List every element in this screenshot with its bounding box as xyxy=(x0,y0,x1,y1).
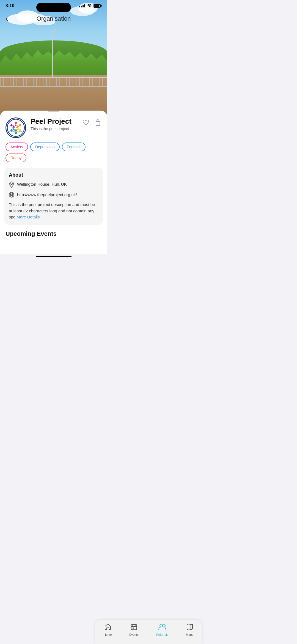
svg-point-9 xyxy=(15,122,17,124)
tags-row: Anxiety Depression Football Rugby xyxy=(0,142,107,168)
about-website-row: http://www.thepeelproject.org.uk/ xyxy=(9,192,98,199)
dynamic-island xyxy=(36,3,71,12)
website-text[interactable]: http://www.thepeelproject.org.uk/ xyxy=(17,192,77,198)
about-description: This is the peel project description and… xyxy=(9,202,98,220)
svg-point-15 xyxy=(15,132,17,134)
svg-point-25 xyxy=(11,183,12,185)
wifi-icon xyxy=(87,4,92,8)
about-card: About Wellington House, Hull, UK xyxy=(4,168,103,225)
favorite-button[interactable] xyxy=(82,119,90,126)
org-logo: THE PEEL PROJECT For The Community, For … xyxy=(6,117,26,138)
tag-football[interactable]: Football xyxy=(62,142,86,151)
org-name: Peel Project xyxy=(31,117,78,125)
page-title: Organisation xyxy=(37,15,71,22)
home-indicator xyxy=(36,256,72,257)
tag-depression[interactable]: Depression xyxy=(30,142,60,151)
tag-rugby[interactable]: Rugby xyxy=(6,154,26,162)
upcoming-events-title: Upcoming Events xyxy=(6,230,102,237)
about-location-row: Wellington House, Hull, UK xyxy=(9,181,98,189)
location-text: Wellington House, Hull, UK xyxy=(17,181,67,187)
org-info: Peel Project This is the peel project xyxy=(31,117,78,131)
globe-icon xyxy=(9,192,14,199)
signal-icon xyxy=(79,4,85,7)
more-details-link[interactable]: More Details xyxy=(16,215,40,219)
street-lamp xyxy=(48,26,57,81)
hero-image: ‹ Organisation xyxy=(0,0,107,116)
status-icons xyxy=(79,4,102,8)
svg-rect-6 xyxy=(52,31,53,78)
org-tagline: This is the peel project xyxy=(31,127,78,131)
upcoming-events-section: Upcoming Events xyxy=(0,230,107,237)
org-actions xyxy=(82,119,102,126)
sheet-handle xyxy=(48,111,59,112)
location-icon xyxy=(9,182,14,189)
about-title: About xyxy=(9,172,98,178)
svg-text:THE PEEL: THE PEEL xyxy=(13,127,19,128)
svg-text:For The Community, For The Com: For The Community, For The Community xyxy=(9,131,23,132)
org-header: THE PEEL PROJECT For The Community, For … xyxy=(0,117,107,142)
bottom-sheet: THE PEEL PROJECT For The Community, For … xyxy=(0,111,107,254)
battery-icon xyxy=(94,4,102,8)
nav-header: ‹ Organisation xyxy=(0,15,107,22)
share-button[interactable] xyxy=(94,119,102,126)
status-time: 8:10 xyxy=(6,3,14,8)
back-button[interactable]: ‹ xyxy=(6,14,8,23)
svg-text:PROJECT: PROJECT xyxy=(14,129,18,130)
tag-anxiety[interactable]: Anxiety xyxy=(6,142,28,151)
